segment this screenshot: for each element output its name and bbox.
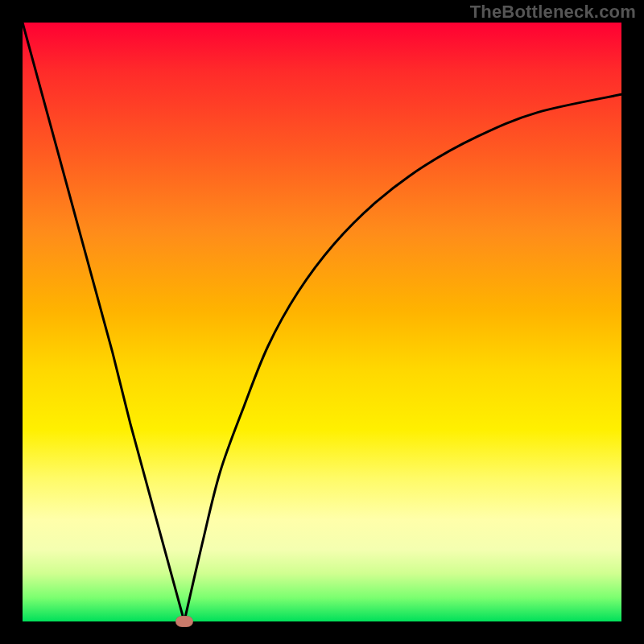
left-branch-line (23, 23, 184, 621)
chart-frame: TheBottleneck.com (0, 0, 644, 644)
curve-layer (23, 23, 621, 621)
right-branch-line (184, 94, 621, 621)
plot-area (23, 23, 621, 621)
minimum-marker (175, 616, 193, 627)
watermark-text: TheBottleneck.com (470, 2, 636, 23)
